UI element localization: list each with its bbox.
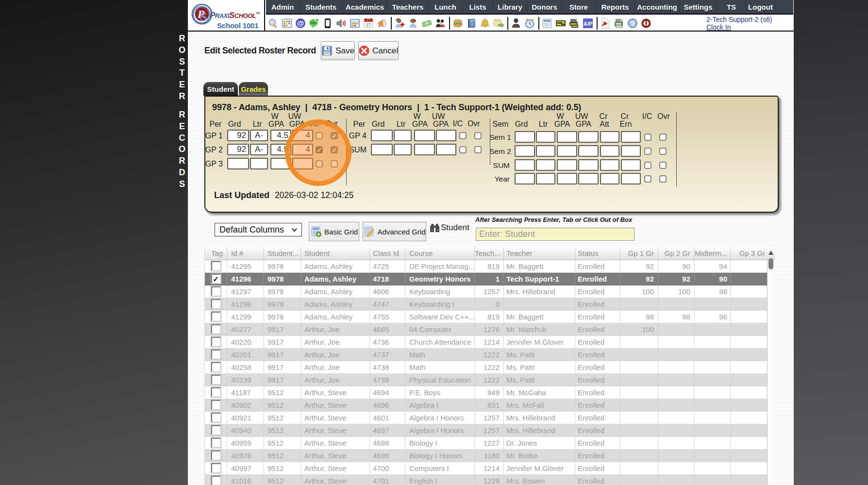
svg-text:@: @ <box>297 19 304 27</box>
svg-text:17: 17 <box>366 22 371 27</box>
svg-text:S: S <box>200 10 207 24</box>
svg-text:?: ? <box>631 20 634 27</box>
svg-text:A/P: A/P <box>584 20 592 26</box>
